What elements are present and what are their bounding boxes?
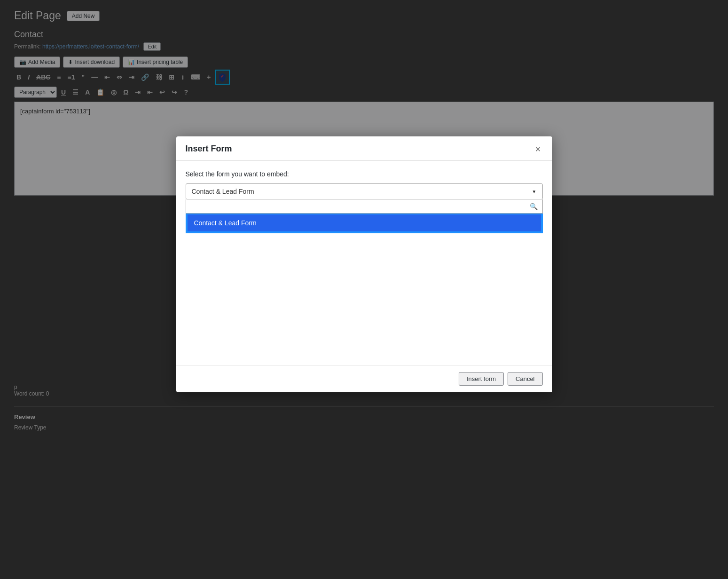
modal-footer: Insert form Cancel [176,365,552,392]
modal-instruction: Select the form you want to embed: [186,170,543,178]
modal-close-button[interactable]: × [533,144,543,154]
modal-title: Insert Form [186,144,232,154]
modal-overlay: Insert Form × Select the form you want t… [0,0,728,579]
modal-body: Select the form you want to embed: Conta… [176,161,552,365]
form-select-display[interactable]: Contact & Lead Form ▼ [186,183,543,199]
search-button[interactable]: 🔍 [525,200,542,213]
cancel-button[interactable]: Cancel [508,372,542,386]
insert-form-modal: Insert Form × Select the form you want t… [176,136,552,392]
form-select-container: Contact & Lead Form ▼ 🔍 Contact & Lead F… [186,183,543,233]
dropdown-arrow-icon: ▼ [532,189,537,194]
modal-header: Insert Form × [176,136,552,161]
dropdown-item-contact-lead-form[interactable]: Contact & Lead Form [187,214,542,232]
search-row: 🔍 [186,199,543,214]
modal-spacer [186,233,543,356]
search-icon: 🔍 [530,203,538,210]
dropdown-list: Contact & Lead Form [186,214,543,233]
insert-form-button[interactable]: Insert form [459,372,504,386]
selected-form-label: Contact & Lead Form [192,188,254,195]
form-search-input[interactable] [186,199,525,213]
